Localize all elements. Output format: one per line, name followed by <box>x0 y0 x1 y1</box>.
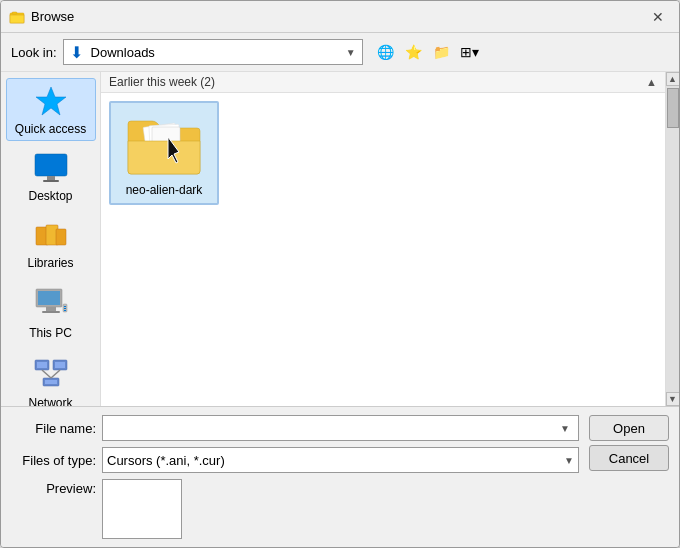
dialog-icon <box>9 9 25 25</box>
files-of-type-label: Files of type: <box>11 453 96 468</box>
look-in-value: Downloads <box>91 45 340 60</box>
file-item-neo-alien-dark[interactable]: neo-alien-dark <box>109 101 219 205</box>
svg-rect-2 <box>12 12 17 14</box>
svg-rect-19 <box>37 362 47 368</box>
preview-label: Preview: <box>11 479 96 496</box>
preview-row: Preview: <box>11 479 579 539</box>
sidebar-label-desktop: Desktop <box>28 189 72 203</box>
section-label: Earlier this week (2) <box>109 75 215 89</box>
section-header: Earlier this week (2) ▲ <box>101 72 665 93</box>
dropdown-arrow-icon: ▼ <box>346 47 356 58</box>
sidebar: Quick access Desktop <box>1 72 101 406</box>
scroll-track[interactable] <box>666 86 679 392</box>
files-of-type-row: Files of type: Cursors (*.ani, *.cur) ▼ <box>11 447 579 473</box>
svg-rect-17 <box>64 310 66 311</box>
svg-rect-6 <box>43 180 59 182</box>
folder-icon-large <box>124 109 204 179</box>
files-of-type-arrow-icon: ▼ <box>564 455 574 466</box>
content-area: Quick access Desktop <box>1 72 679 406</box>
action-buttons: Open Cancel <box>589 415 669 471</box>
title-bar: Browse ✕ <box>1 1 679 33</box>
sidebar-label-this-pc: This PC <box>29 326 72 340</box>
svg-line-24 <box>42 370 51 378</box>
preview-box <box>102 479 182 539</box>
svg-rect-9 <box>56 229 66 245</box>
toolbar-buttons: 🌐 ⭐ 📁 ⊞▾ <box>373 39 483 65</box>
svg-marker-3 <box>36 87 66 115</box>
file-item-name: neo-alien-dark <box>126 183 203 197</box>
favorites-icon[interactable]: ⭐ <box>401 39 427 65</box>
vertical-scrollbar[interactable]: ▲ ▼ <box>665 72 679 406</box>
sidebar-item-network[interactable]: Network <box>6 349 96 406</box>
scroll-up-button[interactable]: ▲ <box>666 72 680 86</box>
sidebar-label-network: Network <box>28 396 72 406</box>
desktop-icon <box>33 150 69 186</box>
libraries-icon <box>33 217 69 253</box>
scroll-thumb[interactable] <box>667 88 679 128</box>
svg-rect-5 <box>47 176 55 180</box>
bottom-panel: File name: ▼ Files of type: Cursors (*.a… <box>1 406 679 547</box>
svg-rect-15 <box>64 306 66 307</box>
file-grid: neo-alien-dark <box>101 93 665 406</box>
quick-access-icon <box>33 83 69 119</box>
network-icon <box>33 354 69 393</box>
section-chevron-icon[interactable]: ▲ <box>646 76 657 88</box>
svg-line-25 <box>51 370 60 378</box>
svg-rect-1 <box>10 15 24 23</box>
sidebar-label-libraries: Libraries <box>27 256 73 270</box>
this-pc-icon <box>33 284 69 323</box>
main-panel: Earlier this week (2) ▲ <box>101 72 665 406</box>
toolbar: Look in: ⬇ Downloads ▼ 🌐 ⭐ 📁 ⊞▾ <box>1 33 679 72</box>
cancel-button[interactable]: Cancel <box>589 445 669 471</box>
sidebar-item-desktop[interactable]: Desktop <box>6 145 96 208</box>
sidebar-item-this-pc[interactable]: This PC <box>6 279 96 345</box>
svg-rect-23 <box>45 380 57 384</box>
files-of-type-value: Cursors (*.ani, *.cur) <box>107 453 564 468</box>
sidebar-item-libraries[interactable]: Libraries <box>6 212 96 275</box>
svg-rect-4 <box>35 154 67 176</box>
view-options-icon[interactable]: ⊞▾ <box>457 39 483 65</box>
svg-rect-11 <box>38 291 60 305</box>
open-button[interactable]: Open <box>589 415 669 441</box>
svg-rect-16 <box>64 308 66 309</box>
file-name-dropdown-arrow[interactable]: ▼ <box>556 421 574 436</box>
scroll-down-button[interactable]: ▼ <box>666 392 680 406</box>
file-name-input[interactable] <box>107 421 556 436</box>
close-button[interactable]: ✕ <box>645 4 671 30</box>
file-name-input-wrapper[interactable]: ▼ <box>102 415 579 441</box>
recent-folders-icon[interactable]: 📁 <box>429 39 455 65</box>
sidebar-item-quick-access[interactable]: Quick access <box>6 78 96 141</box>
look-in-dropdown[interactable]: ⬇ Downloads ▼ <box>63 39 363 65</box>
files-of-type-select[interactable]: Cursors (*.ani, *.cur) ▼ <box>102 447 579 473</box>
sidebar-label-quick-access: Quick access <box>15 122 86 136</box>
file-name-label: File name: <box>11 421 96 436</box>
look-in-label: Look in: <box>11 45 57 60</box>
svg-rect-21 <box>55 362 65 368</box>
svg-rect-12 <box>46 307 56 311</box>
file-name-row: File name: ▼ <box>11 415 579 441</box>
browse-dialog: Browse ✕ Look in: ⬇ Downloads ▼ 🌐 ⭐ 📁 ⊞▾ <box>0 0 680 548</box>
svg-rect-13 <box>42 311 60 313</box>
internet-icon[interactable]: 🌐 <box>373 39 399 65</box>
dialog-title: Browse <box>31 9 645 24</box>
download-folder-icon: ⬇ <box>70 43 83 62</box>
